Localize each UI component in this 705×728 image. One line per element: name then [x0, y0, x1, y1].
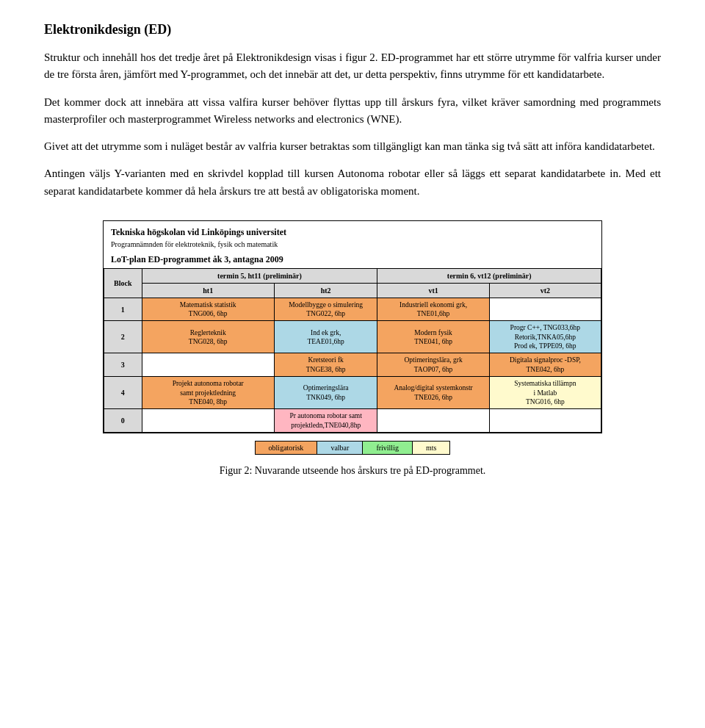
termin6-header: termin 6, vt12 (preliminär)	[377, 268, 601, 283]
lot-plan-box: Tekniska högskolan vid Linköpings univer…	[103, 220, 602, 433]
legend-item-obligatorisk: obligatorisk	[256, 442, 318, 454]
program-name: Programnämnden för elektroteknik, fysik …	[111, 239, 594, 250]
lot-header: Tekniska högskolan vid Linköpings univer…	[104, 221, 601, 251]
lot-plan-wrapper: Tekniska högskolan vid Linköpings univer…	[103, 220, 602, 455]
page-heading: Elektronikdesign (ED)	[44, 22, 661, 37]
cell-0-vt1	[377, 409, 489, 433]
cell-0-vt2	[489, 409, 601, 433]
block-cell-2: 2	[104, 321, 142, 353]
legend-container: obligatoriskvalbarfrivilligmts	[255, 441, 451, 455]
legend-item-frivillig: frivillig	[363, 442, 413, 454]
termin5-header: termin 5, ht11 (preliminär)	[142, 268, 377, 283]
ht2-header: ht2	[274, 283, 377, 298]
block-cell-1: 1	[104, 298, 142, 321]
cell-2-ht1: Reglerteknik TNG028, 6hp	[142, 321, 274, 353]
cell-3-ht2: Kretsteori fk TNGE38, 6hp	[274, 353, 377, 377]
block-header: Block	[104, 268, 142, 298]
paragraph-4: Antingen väljs Y-varianten med en skrivd…	[44, 165, 661, 200]
ht1-header: ht1	[142, 283, 274, 298]
cell-1-ht1: Matematisk statistik TNG006, 6hp	[142, 298, 274, 321]
cell-4-vt1: Analog/digital systemkonstr TNE026, 6hp	[377, 377, 489, 409]
cell-3-vt2: Digitala signalproc -DSP, TNE042, 6hp	[489, 353, 601, 377]
cell-4-ht1: Projekt autonoma robotar samt projektled…	[142, 377, 274, 409]
paragraph-2: Det kommer dock att innebära att vissa v…	[44, 94, 661, 129]
block-cell-4: 4	[104, 377, 142, 409]
cell-2-ht2: Ind ek grk, TEAE01,6hp	[274, 321, 377, 353]
cell-3-ht1	[142, 353, 274, 377]
cell-1-ht2: Modellbygge o simulering TNG022, 6hp	[274, 298, 377, 321]
paragraph-3: Givet att det utrymme som i nuläget best…	[44, 138, 661, 155]
block-cell-3: 3	[104, 353, 142, 377]
cell-0-ht2: Pr autonoma robotar samt projektledn,TNE…	[274, 409, 377, 433]
cell-3-vt1: Optimeringslära, grk TAOP07, 6hp	[377, 353, 489, 377]
figure-caption: Figur 2: Nuvarande utseende hos årskurs …	[220, 465, 486, 477]
figure-container: Tekniska högskolan vid Linköpings univer…	[44, 220, 661, 477]
vt2-header: vt2	[489, 283, 601, 298]
cell-1-vt2	[489, 298, 601, 321]
university-name: Tekniska högskolan vid Linköpings univer…	[111, 226, 594, 239]
lot-title: LoT-plan ED-programmet åk 3, antagna 200…	[104, 251, 601, 268]
cell-2-vt2: Progr C++, TNG033,6hp Retorik,TNKA05,6hp…	[489, 321, 601, 353]
cell-1-vt1: Industriell ekonomi grk, TNE01,6hp	[377, 298, 489, 321]
cell-2-vt1: Modern fysik TNE041, 6hp	[377, 321, 489, 353]
legend-row: obligatoriskvalbarfrivilligmts	[255, 441, 451, 455]
cell-4-vt2: Systematiska tillämpn i Matlab TNG016, 6…	[489, 377, 601, 409]
cell-0-ht1	[142, 409, 274, 433]
block-cell-0: 0	[104, 409, 142, 433]
cell-4-ht2: Optimeringslära TNK049, 6hp	[274, 377, 377, 409]
legend-item-valbar: valbar	[317, 442, 363, 454]
vt1-header: vt1	[377, 283, 489, 298]
paragraph-1: Struktur och innehåll hos det tredje åre…	[44, 49, 661, 84]
legend-item-mts: mts	[413, 442, 449, 454]
lot-table: Block termin 5, ht11 (preliminär) termin…	[104, 268, 601, 433]
